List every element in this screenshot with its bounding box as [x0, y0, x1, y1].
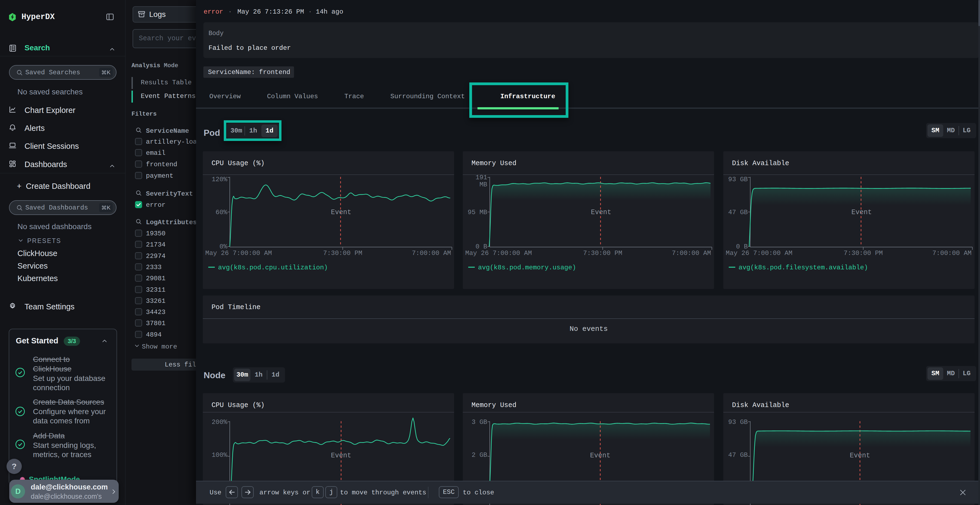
svg-text:7:30:00 PM: 7:30:00 PM — [583, 249, 622, 257]
svg-text:May 26 7:00:00 AM: May 26 7:00:00 AM — [205, 249, 272, 257]
svg-text:7:00:00 AM: 7:00:00 AM — [932, 249, 972, 257]
svg-text:7:00:00 AM: 7:00:00 AM — [672, 249, 711, 257]
svg-text:May 26 7:00:00 AM: May 26 7:00:00 AM — [465, 249, 532, 257]
svg-text:Event: Event — [591, 208, 611, 216]
svg-text:CPU Usage (%): CPU Usage (%) — [212, 159, 265, 167]
svg-text:May 26 7:00:00 AM: May 26 7:00:00 AM — [726, 249, 792, 257]
svg-text:CPU Usage (%): CPU Usage (%) — [212, 401, 265, 409]
svg-text:Disk Available: Disk Available — [732, 159, 789, 167]
svg-text:Event: Event — [851, 208, 872, 216]
svg-text:100%: 100% — [212, 451, 227, 459]
svg-text:Event: Event — [331, 452, 351, 460]
svg-text:Event: Event — [331, 208, 351, 216]
svg-text:120%: 120% — [212, 176, 227, 183]
svg-text:200%: 200% — [212, 418, 227, 426]
svg-text:0%: 0% — [220, 243, 227, 250]
svg-text:7:30:00 PM: 7:30:00 PM — [844, 249, 883, 257]
svg-text:0 B: 0 B — [476, 243, 487, 250]
svg-text:47 GB: 47 GB — [728, 209, 748, 216]
svg-text:Disk Available: Disk Available — [732, 401, 789, 409]
svg-text:avg(k8s.pod.filesystem.availab: avg(k8s.pod.filesystem.available) — [738, 264, 868, 271]
svg-text:2 GB: 2 GB — [471, 451, 487, 459]
svg-text:47 GB: 47 GB — [728, 451, 748, 459]
svg-text:7:30:00 PM: 7:30:00 PM — [323, 249, 362, 257]
svg-text:MB: MB — [479, 181, 487, 188]
svg-text:93 GB: 93 GB — [728, 418, 748, 426]
svg-text:93 GB: 93 GB — [728, 176, 748, 183]
svg-text:Event: Event — [590, 452, 610, 460]
svg-text:Event: Event — [850, 452, 870, 460]
svg-text:7:00:00 AM: 7:00:00 AM — [412, 249, 451, 257]
svg-text:avg(k8s.pod.cpu.utilization): avg(k8s.pod.cpu.utilization) — [218, 264, 328, 271]
svg-text:avg(k8s.pod.memory.usage): avg(k8s.pod.memory.usage) — [478, 264, 576, 271]
svg-text:Memory Used: Memory Used — [471, 401, 516, 409]
svg-text:Memory Used: Memory Used — [471, 159, 516, 167]
svg-text:95 MB: 95 MB — [468, 209, 487, 216]
svg-text:191: 191 — [476, 174, 487, 181]
svg-text:0 B: 0 B — [736, 243, 748, 250]
svg-text:3 GB: 3 GB — [471, 418, 487, 426]
svg-text:60%: 60% — [216, 209, 228, 216]
